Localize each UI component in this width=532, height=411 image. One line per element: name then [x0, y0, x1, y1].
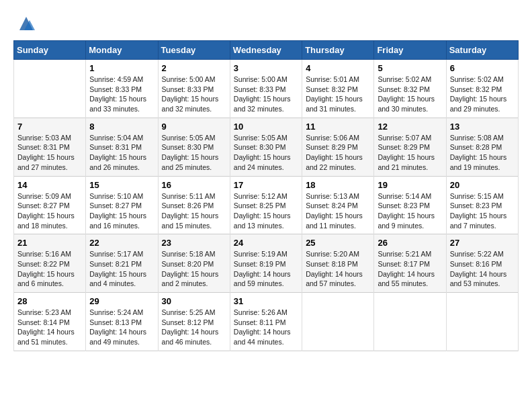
day-info: Sunrise: 5:00 AM Sunset: 8:33 PM Dayligh…	[234, 75, 298, 114]
day-number: 12	[378, 122, 442, 132]
day-number: 13	[450, 122, 515, 132]
calendar-cell: 29Sunrise: 5:24 AM Sunset: 8:13 PM Dayli…	[86, 293, 158, 351]
calendar-cell: 12Sunrise: 5:07 AM Sunset: 8:29 PM Dayli…	[374, 118, 446, 176]
day-number: 30	[162, 296, 226, 306]
calendar-cell: 31Sunrise: 5:26 AM Sunset: 8:11 PM Dayli…	[230, 293, 302, 351]
day-info: Sunrise: 5:12 AM Sunset: 8:25 PM Dayligh…	[234, 191, 298, 231]
day-number: 7	[17, 122, 82, 132]
day-number: 21	[17, 238, 82, 248]
calendar-cell: 2Sunrise: 5:00 AM Sunset: 8:33 PM Daylig…	[158, 60, 230, 118]
day-info: Sunrise: 5:00 AM Sunset: 8:33 PM Dayligh…	[162, 75, 226, 114]
day-info: Sunrise: 5:14 AM Sunset: 8:23 PM Dayligh…	[378, 191, 442, 231]
calendar-cell: 23Sunrise: 5:18 AM Sunset: 8:20 PM Dayli…	[158, 234, 230, 293]
weekday-header-row: SundayMondayTuesdayWednesdayThursdayFrid…	[14, 41, 519, 60]
day-info: Sunrise: 5:22 AM Sunset: 8:16 PM Dayligh…	[450, 249, 515, 289]
day-number: 22	[89, 238, 154, 248]
day-number: 16	[162, 180, 226, 190]
day-info: Sunrise: 5:01 AM Sunset: 8:32 PM Dayligh…	[306, 75, 370, 114]
day-info: Sunrise: 5:07 AM Sunset: 8:29 PM Dayligh…	[378, 133, 442, 173]
calendar-cell: 7Sunrise: 5:03 AM Sunset: 8:31 PM Daylig…	[14, 118, 86, 176]
day-info: Sunrise: 5:15 AM Sunset: 8:23 PM Dayligh…	[450, 191, 515, 231]
day-info: Sunrise: 5:11 AM Sunset: 8:26 PM Dayligh…	[162, 191, 226, 231]
calendar-cell	[302, 293, 374, 351]
day-info: Sunrise: 5:24 AM Sunset: 8:13 PM Dayligh…	[89, 308, 154, 347]
calendar-cell: 20Sunrise: 5:15 AM Sunset: 8:23 PM Dayli…	[446, 176, 518, 234]
calendar-cell	[14, 60, 86, 118]
day-info: Sunrise: 5:04 AM Sunset: 8:31 PM Dayligh…	[89, 133, 154, 173]
calendar-cell: 25Sunrise: 5:20 AM Sunset: 8:18 PM Dayli…	[302, 234, 374, 293]
day-number: 3	[234, 63, 298, 73]
day-info: Sunrise: 5:18 AM Sunset: 8:20 PM Dayligh…	[162, 249, 226, 289]
calendar-week-row: 21Sunrise: 5:16 AM Sunset: 8:22 PM Dayli…	[14, 234, 519, 293]
calendar-cell: 15Sunrise: 5:10 AM Sunset: 8:27 PM Dayli…	[86, 176, 158, 234]
calendar-cell: 22Sunrise: 5:17 AM Sunset: 8:21 PM Dayli…	[86, 234, 158, 293]
calendar-cell: 24Sunrise: 5:19 AM Sunset: 8:19 PM Dayli…	[230, 234, 302, 293]
day-number: 5	[378, 63, 442, 73]
day-info: Sunrise: 5:17 AM Sunset: 8:21 PM Dayligh…	[89, 249, 154, 289]
calendar-cell: 3Sunrise: 5:00 AM Sunset: 8:33 PM Daylig…	[230, 60, 302, 118]
day-number: 6	[450, 63, 515, 73]
day-number: 28	[17, 296, 82, 306]
day-info: Sunrise: 5:06 AM Sunset: 8:29 PM Dayligh…	[306, 133, 370, 173]
day-number: 15	[89, 180, 154, 190]
calendar-cell: 16Sunrise: 5:11 AM Sunset: 8:26 PM Dayli…	[158, 176, 230, 234]
calendar-cell	[374, 293, 446, 351]
calendar-cell: 8Sunrise: 5:04 AM Sunset: 8:31 PM Daylig…	[86, 118, 158, 176]
day-info: Sunrise: 5:20 AM Sunset: 8:18 PM Dayligh…	[306, 249, 370, 289]
day-info: Sunrise: 5:25 AM Sunset: 8:12 PM Dayligh…	[162, 308, 226, 347]
calendar-week-row: 1Sunrise: 4:59 AM Sunset: 8:33 PM Daylig…	[14, 60, 519, 118]
calendar-week-row: 7Sunrise: 5:03 AM Sunset: 8:31 PM Daylig…	[14, 118, 519, 176]
calendar-cell: 13Sunrise: 5:08 AM Sunset: 8:28 PM Dayli…	[446, 118, 518, 176]
calendar-table: SundayMondayTuesdayWednesdayThursdayFrid…	[13, 40, 519, 351]
calendar-cell: 5Sunrise: 5:02 AM Sunset: 8:32 PM Daylig…	[374, 60, 446, 118]
calendar-cell: 11Sunrise: 5:06 AM Sunset: 8:29 PM Dayli…	[302, 118, 374, 176]
day-info: Sunrise: 5:16 AM Sunset: 8:22 PM Dayligh…	[17, 249, 82, 289]
weekday-header-sunday: Sunday	[14, 41, 86, 60]
day-info: Sunrise: 5:10 AM Sunset: 8:27 PM Dayligh…	[89, 191, 154, 231]
calendar-cell: 30Sunrise: 5:25 AM Sunset: 8:12 PM Dayli…	[158, 293, 230, 351]
calendar-cell: 9Sunrise: 5:05 AM Sunset: 8:30 PM Daylig…	[158, 118, 230, 176]
calendar-cell: 1Sunrise: 4:59 AM Sunset: 8:33 PM Daylig…	[86, 60, 158, 118]
day-info: Sunrise: 5:19 AM Sunset: 8:19 PM Dayligh…	[234, 249, 298, 289]
day-number: 23	[162, 238, 226, 248]
page-header	[13, 13, 519, 34]
calendar-cell: 27Sunrise: 5:22 AM Sunset: 8:16 PM Dayli…	[446, 234, 518, 293]
calendar-cell	[446, 293, 518, 351]
day-number: 26	[378, 238, 442, 248]
day-info: Sunrise: 5:02 AM Sunset: 8:32 PM Dayligh…	[378, 75, 442, 114]
day-number: 31	[234, 296, 298, 306]
logo-icon	[16, 13, 36, 34]
calendar-week-row: 28Sunrise: 5:23 AM Sunset: 8:14 PM Dayli…	[14, 293, 519, 351]
calendar-cell: 14Sunrise: 5:09 AM Sunset: 8:27 PM Dayli…	[14, 176, 86, 234]
calendar-cell: 6Sunrise: 5:02 AM Sunset: 8:32 PM Daylig…	[446, 60, 518, 118]
day-number: 24	[234, 238, 298, 248]
day-number: 14	[17, 180, 82, 190]
day-number: 20	[450, 180, 515, 190]
day-number: 11	[306, 122, 370, 132]
calendar-cell: 4Sunrise: 5:01 AM Sunset: 8:32 PM Daylig…	[302, 60, 374, 118]
day-number: 27	[450, 238, 515, 248]
calendar-cell: 28Sunrise: 5:23 AM Sunset: 8:14 PM Dayli…	[14, 293, 86, 351]
calendar-cell: 26Sunrise: 5:21 AM Sunset: 8:17 PM Dayli…	[374, 234, 446, 293]
day-number: 9	[162, 122, 226, 132]
day-info: Sunrise: 5:08 AM Sunset: 8:28 PM Dayligh…	[450, 133, 515, 173]
day-number: 25	[306, 238, 370, 248]
day-info: Sunrise: 5:09 AM Sunset: 8:27 PM Dayligh…	[17, 191, 82, 231]
day-info: Sunrise: 5:13 AM Sunset: 8:24 PM Dayligh…	[306, 191, 370, 231]
calendar-cell: 17Sunrise: 5:12 AM Sunset: 8:25 PM Dayli…	[230, 176, 302, 234]
weekday-header-monday: Monday	[86, 41, 158, 60]
calendar-cell: 21Sunrise: 5:16 AM Sunset: 8:22 PM Dayli…	[14, 234, 86, 293]
weekday-header-saturday: Saturday	[446, 41, 518, 60]
day-number: 18	[306, 180, 370, 190]
logo	[13, 13, 36, 34]
calendar-cell: 19Sunrise: 5:14 AM Sunset: 8:23 PM Dayli…	[374, 176, 446, 234]
day-number: 8	[89, 122, 154, 132]
weekday-header-wednesday: Wednesday	[230, 41, 302, 60]
day-number: 10	[234, 122, 298, 132]
day-info: Sunrise: 5:21 AM Sunset: 8:17 PM Dayligh…	[378, 249, 442, 289]
day-number: 29	[89, 296, 154, 306]
day-number: 2	[162, 63, 226, 73]
calendar-cell: 18Sunrise: 5:13 AM Sunset: 8:24 PM Dayli…	[302, 176, 374, 234]
day-info: Sunrise: 5:26 AM Sunset: 8:11 PM Dayligh…	[234, 308, 298, 347]
day-info: Sunrise: 4:59 AM Sunset: 8:33 PM Dayligh…	[89, 75, 154, 114]
